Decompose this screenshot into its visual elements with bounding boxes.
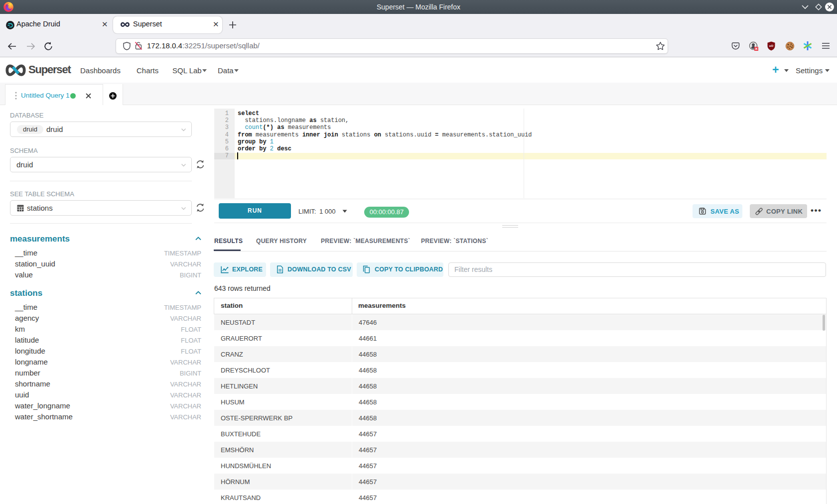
- svg-text:uO: uO: [769, 44, 774, 47]
